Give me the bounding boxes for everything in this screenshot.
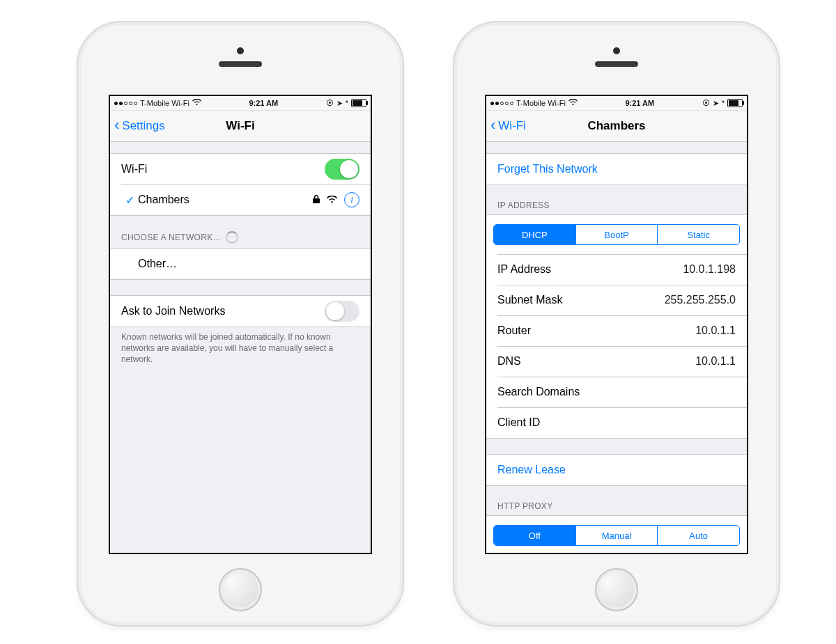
chevron-left-icon: ‹ bbox=[490, 125, 495, 127]
wifi-switch[interactable] bbox=[325, 159, 359, 180]
renew-lease-group: Renew Lease bbox=[486, 454, 747, 486]
ip-mode-segmented-row: DHCP BootP Static bbox=[486, 215, 747, 254]
ip-mode-segmented: DHCP BootP Static bbox=[493, 224, 740, 245]
home-button[interactable] bbox=[595, 568, 638, 611]
http-proxy-group: HTTP PROXY Off Manual Auto bbox=[486, 501, 747, 553]
router-row[interactable]: Router 10.0.1.1 bbox=[486, 315, 747, 346]
content: Forget This Network IP ADDRESS DHCP Boot… bbox=[486, 141, 747, 553]
phone-right: T-Mobile Wi-Fi 9:21 AM ⦿ ➤ * ‹ Wi-Fi bbox=[453, 21, 780, 627]
nav-title: Chambers bbox=[587, 119, 645, 133]
carrier-label: T-Mobile Wi-Fi bbox=[516, 99, 566, 107]
ask-join-footer: Known networks will be joined automatica… bbox=[110, 327, 371, 366]
home-button[interactable] bbox=[219, 568, 262, 611]
wifi-toggle-row[interactable]: Wi-Fi bbox=[110, 154, 371, 184]
current-network-row[interactable]: ✓ Chambers i bbox=[110, 184, 371, 215]
location-icon: ➤ bbox=[336, 99, 343, 108]
chevron-left-icon: ‹ bbox=[114, 125, 119, 127]
back-label: Wi-Fi bbox=[498, 119, 526, 133]
status-time: 9:21 AM bbox=[625, 99, 654, 107]
checkmark-icon: ✓ bbox=[121, 194, 138, 207]
subnet-mask-row[interactable]: Subnet Mask 255.255.255.0 bbox=[486, 285, 747, 315]
orientation-lock-icon: ⦿ bbox=[326, 99, 334, 107]
carrier-label: T-Mobile Wi-Fi bbox=[140, 99, 189, 107]
proxy-segmented-row: Off Manual Auto bbox=[486, 516, 747, 553]
spinner-icon bbox=[226, 231, 238, 244]
choose-network-header: CHOOSE A NETWORK… bbox=[110, 231, 371, 248]
ip-address-row[interactable]: IP Address 10.0.1.198 bbox=[486, 254, 747, 285]
screen-wifi-list: T-Mobile Wi-Fi 9:21 AM ⦿ ➤ * ‹ Settings bbox=[109, 95, 372, 554]
wifi-icon bbox=[192, 98, 201, 108]
phone-left: T-Mobile Wi-Fi 9:21 AM ⦿ ➤ * ‹ Settings bbox=[77, 21, 404, 627]
status-bar: T-Mobile Wi-Fi 9:21 AM ⦿ ➤ * bbox=[486, 96, 747, 111]
wifi-toggle-label: Wi-Fi bbox=[121, 163, 325, 175]
ask-join-row[interactable]: Ask to Join Networks bbox=[110, 296, 371, 327]
back-button[interactable]: ‹ Settings bbox=[114, 111, 165, 141]
screen-wifi-detail: T-Mobile Wi-Fi 9:21 AM ⦿ ➤ * ‹ Wi-Fi bbox=[485, 95, 748, 554]
segment-proxy-manual[interactable]: Manual bbox=[575, 526, 658, 545]
nav-bar: ‹ Settings Wi-Fi bbox=[110, 111, 371, 142]
ip-address-header: IP ADDRESS bbox=[486, 201, 747, 214]
back-label: Settings bbox=[122, 119, 164, 133]
location-icon: ➤ bbox=[713, 99, 719, 108]
back-button[interactable]: ‹ Wi-Fi bbox=[490, 111, 526, 141]
forget-group: Forget This Network bbox=[486, 153, 747, 185]
choose-network-group: CHOOSE A NETWORK… Other… bbox=[110, 231, 371, 280]
segment-proxy-auto[interactable]: Auto bbox=[657, 526, 739, 545]
segment-static[interactable]: Static bbox=[657, 225, 739, 244]
segment-proxy-off[interactable]: Off bbox=[494, 526, 575, 545]
signal-dots-icon bbox=[490, 102, 513, 105]
other-network-row[interactable]: Other… bbox=[110, 249, 371, 279]
bluetooth-icon: * bbox=[346, 99, 348, 107]
current-network-label: Chambers bbox=[138, 194, 313, 206]
phone-speaker bbox=[595, 61, 638, 67]
ask-join-switch[interactable] bbox=[325, 301, 359, 322]
forget-network-button[interactable]: Forget This Network bbox=[486, 154, 747, 184]
dns-value: 10.0.1.1 bbox=[695, 355, 736, 368]
ask-join-group: Ask to Join Networks Known networks will… bbox=[110, 295, 371, 366]
http-proxy-header: HTTP PROXY bbox=[486, 501, 747, 515]
other-network-label: Other… bbox=[138, 258, 359, 270]
renew-lease-button[interactable]: Renew Lease bbox=[486, 455, 747, 485]
ip-address-value: 10.0.1.198 bbox=[683, 263, 736, 276]
ip-address-group: IP ADDRESS DHCP BootP Static IP Address … bbox=[486, 201, 747, 439]
bluetooth-icon: * bbox=[722, 99, 725, 107]
phone-camera bbox=[613, 47, 620, 54]
orientation-lock-icon: ⦿ bbox=[702, 99, 710, 107]
nav-title: Wi-Fi bbox=[226, 119, 254, 133]
proxy-segmented: Off Manual Auto bbox=[493, 525, 740, 546]
wifi-strength-icon bbox=[327, 194, 337, 205]
status-time: 9:21 AM bbox=[249, 99, 278, 107]
client-id-row[interactable]: Client ID bbox=[486, 407, 747, 438]
subnet-mask-value: 255.255.255.0 bbox=[665, 294, 736, 306]
segment-bootp[interactable]: BootP bbox=[575, 225, 658, 244]
content: Wi-Fi ✓ Chambers bbox=[110, 141, 371, 553]
status-bar: T-Mobile Wi-Fi 9:21 AM ⦿ ➤ * bbox=[110, 96, 371, 111]
wifi-toggle-group: Wi-Fi ✓ Chambers bbox=[110, 153, 371, 216]
battery-icon bbox=[727, 99, 743, 107]
search-domains-row[interactable]: Search Domains bbox=[486, 377, 747, 407]
phone-speaker bbox=[219, 61, 262, 67]
wifi-icon bbox=[568, 98, 578, 108]
nav-bar: ‹ Wi-Fi Chambers bbox=[486, 111, 747, 142]
phone-camera bbox=[237, 47, 244, 54]
ask-join-label: Ask to Join Networks bbox=[121, 305, 325, 317]
dns-row[interactable]: DNS 10.0.1.1 bbox=[486, 346, 747, 377]
battery-icon bbox=[351, 99, 366, 107]
signal-dots-icon bbox=[114, 102, 137, 105]
lock-icon bbox=[313, 195, 320, 205]
router-value: 10.0.1.1 bbox=[695, 324, 736, 337]
info-icon[interactable]: i bbox=[344, 192, 359, 207]
segment-dhcp[interactable]: DHCP bbox=[494, 225, 575, 244]
